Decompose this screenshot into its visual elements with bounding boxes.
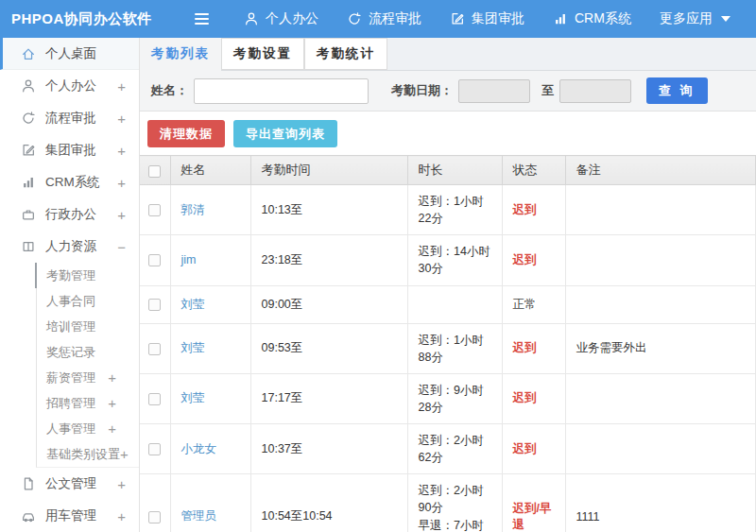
expand-plus-icon[interactable]: + bbox=[120, 446, 129, 462]
expand-plus-icon[interactable]: + bbox=[108, 369, 116, 386]
submenu-item-training-management[interactable]: 培训管理 bbox=[37, 314, 139, 339]
submenu-item-label: 人事管理 bbox=[46, 420, 108, 438]
sidebar-item-label: CRM系统 bbox=[45, 174, 108, 191]
sidebar-item-personal-desktop[interactable]: 个人桌面 bbox=[0, 38, 139, 70]
submenu-item-base-category-settings[interactable]: 基础类别设置 + bbox=[37, 441, 139, 467]
table-row: jim 23:18至 迟到：14小时30分 迟到 bbox=[140, 235, 756, 285]
main-content: 考勤列表 考勤设置 考勤统计 姓名： 考勤日期： 至 查 询 清理数据 导出查询… bbox=[140, 38, 756, 532]
hr-submenu: 考勤管理 人事合同 培训管理 奖惩记录 薪资管理 + 招聘管理 + bbox=[36, 263, 139, 468]
employee-name-link[interactable]: jim bbox=[181, 253, 197, 266]
duration-cell: 迟到：2小时90分 早退：7小时10分 bbox=[407, 474, 502, 532]
sidebar-item-crm-system[interactable]: CRM系统 + bbox=[0, 166, 139, 198]
expand-plus-icon[interactable]: + bbox=[117, 207, 126, 223]
submenu-item-hr-contract[interactable]: 人事合同 bbox=[37, 288, 139, 314]
note-cell bbox=[565, 373, 756, 423]
submenu-item-label: 薪资管理 bbox=[46, 369, 108, 386]
sidebar-item-label: 集团审批 bbox=[45, 142, 108, 159]
attendance-time-cell: 10:13至 bbox=[250, 185, 407, 235]
employee-name-link[interactable]: 刘莹 bbox=[181, 341, 205, 354]
note-cell bbox=[565, 285, 756, 323]
column-header-name: 姓名 bbox=[170, 156, 250, 185]
duration-cell: 迟到：14小时30分 bbox=[407, 235, 502, 285]
row-checkbox[interactable] bbox=[148, 204, 161, 216]
nav-more-apps[interactable]: 更多应用 bbox=[660, 10, 730, 27]
note-cell bbox=[565, 185, 756, 235]
row-checkbox[interactable] bbox=[148, 393, 161, 405]
row-checkbox[interactable] bbox=[148, 254, 161, 266]
file-icon bbox=[21, 476, 36, 491]
clean-data-button[interactable]: 清理数据 bbox=[147, 120, 225, 147]
employee-name-link[interactable]: 管理员 bbox=[181, 509, 217, 523]
sidebar-item-vehicle-management[interactable]: 用车管理 + bbox=[0, 500, 139, 532]
nav-group-approval[interactable]: 集团审批 bbox=[450, 10, 524, 27]
name-input[interactable] bbox=[194, 78, 369, 104]
history-icon bbox=[347, 11, 362, 26]
export-list-button[interactable]: 导出查询列表 bbox=[233, 120, 337, 147]
duration-cell: 迟到：9小时28分 bbox=[407, 373, 502, 423]
name-label: 姓名： bbox=[151, 82, 188, 99]
attendance-time-cell: 10:54至10:54 bbox=[250, 474, 407, 532]
tab-attendance-list[interactable]: 考勤列表 bbox=[140, 38, 221, 71]
submenu-item-personnel-management[interactable]: 人事管理 + bbox=[37, 416, 139, 441]
expand-plus-icon[interactable]: + bbox=[117, 175, 126, 191]
action-toolbar: 清理数据 导出查询列表 bbox=[140, 112, 756, 155]
note-cell bbox=[565, 235, 756, 285]
expand-plus-icon[interactable]: + bbox=[108, 420, 116, 437]
expand-plus-icon[interactable]: + bbox=[117, 508, 126, 524]
employee-name-link[interactable]: 小龙女 bbox=[181, 442, 217, 455]
nav-crm-system[interactable]: CRM系统 bbox=[553, 10, 631, 27]
sidebar-item-personal-office[interactable]: 个人办公 + bbox=[0, 70, 139, 102]
select-all-checkbox[interactable] bbox=[148, 165, 161, 178]
sidebar: 个人桌面 个人办公 + 流程审批 + 集团审批 + CRM系统 + bbox=[0, 38, 140, 532]
submenu-item-label: 基础类别设置 bbox=[46, 446, 120, 463]
bar-chart-icon bbox=[553, 11, 568, 26]
to-label: 至 bbox=[541, 82, 554, 99]
table-row: 小龙女 10:37至 迟到：2小时62分 迟到 bbox=[140, 424, 756, 474]
expand-plus-icon[interactable]: + bbox=[117, 78, 126, 94]
employee-name-link[interactable]: 郭清 bbox=[181, 203, 205, 216]
tab-attendance-statistics[interactable]: 考勤统计 bbox=[304, 38, 387, 70]
query-button[interactable]: 查 询 bbox=[646, 77, 708, 104]
sidebar-item-admin-office[interactable]: 行政办公 + bbox=[0, 198, 139, 231]
status-cell: 迟到 bbox=[502, 185, 565, 235]
edit-icon bbox=[21, 143, 36, 158]
row-checkbox[interactable] bbox=[148, 511, 161, 523]
status-cell: 迟到 bbox=[502, 323, 565, 373]
hamburger-menu-icon[interactable] bbox=[195, 9, 214, 28]
nav-workflow-approval[interactable]: 流程审批 bbox=[347, 10, 421, 27]
collapse-minus-icon[interactable]: − bbox=[117, 239, 126, 255]
nav-personal-office[interactable]: 个人办公 bbox=[244, 10, 318, 27]
submenu-item-attendance-management[interactable]: 考勤管理 bbox=[35, 263, 139, 288]
submenu-item-recruitment-management[interactable]: 招聘管理 + bbox=[37, 390, 139, 416]
sidebar-item-document-management[interactable]: 公文管理 + bbox=[0, 468, 139, 500]
table-header-row: 姓名 考勤时间 时长 状态 备注 bbox=[140, 156, 756, 185]
expand-plus-icon[interactable]: + bbox=[117, 111, 126, 127]
submenu-item-label: 奖惩记录 bbox=[46, 344, 116, 361]
row-checkbox[interactable] bbox=[148, 443, 161, 455]
nav-label: CRM系统 bbox=[575, 10, 631, 27]
employee-name-link[interactable]: 刘莹 bbox=[181, 391, 205, 404]
app-window: PHPOA协同办公软件 个人办公 流程审批 集团审批 CRM系统 更多应用 bbox=[0, 0, 756, 532]
table-row: 刘莹 09:53至 迟到：1小时88分 迟到 业务需要外出 bbox=[140, 323, 756, 373]
row-checkbox[interactable] bbox=[148, 343, 161, 355]
sidebar-item-human-resources[interactable]: 人力资源 − bbox=[0, 231, 139, 263]
note-cell: 1111 bbox=[565, 474, 756, 532]
nav-label: 更多应用 bbox=[660, 10, 713, 27]
sidebar-item-workflow-approval[interactable]: 流程审批 + bbox=[0, 102, 139, 134]
sidebar-item-group-approval[interactable]: 集团审批 + bbox=[0, 134, 139, 166]
employee-name-link[interactable]: 刘莹 bbox=[181, 298, 205, 311]
note-cell: 业务需要外出 bbox=[565, 323, 756, 373]
expand-plus-icon[interactable]: + bbox=[117, 476, 126, 492]
expand-plus-icon[interactable]: + bbox=[117, 143, 126, 159]
date-to-input[interactable] bbox=[559, 79, 631, 103]
submenu-item-reward-punishment[interactable]: 奖惩记录 bbox=[37, 339, 139, 365]
date-from-input[interactable] bbox=[458, 79, 530, 103]
row-checkbox[interactable] bbox=[148, 299, 161, 311]
tab-attendance-settings[interactable]: 考勤设置 bbox=[221, 38, 304, 70]
expand-plus-icon[interactable]: + bbox=[108, 395, 116, 411]
attendance-time-cell: 23:18至 bbox=[250, 235, 407, 285]
sidebar-item-label: 个人桌面 bbox=[45, 45, 126, 62]
duration-cell bbox=[407, 285, 502, 323]
table-row: 管理员 10:54至10:54 迟到：2小时90分 早退：7小时10分 迟到/早… bbox=[140, 474, 756, 532]
submenu-item-salary-management[interactable]: 薪资管理 + bbox=[37, 365, 139, 390]
